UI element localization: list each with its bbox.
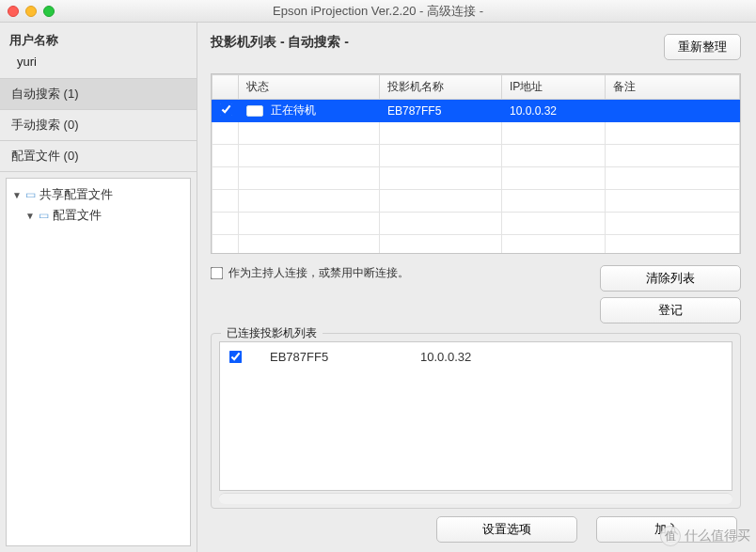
projector-icon bbox=[246, 105, 263, 117]
watermark-icon: 值 bbox=[660, 526, 681, 546]
watermark: 值 什么值得买 bbox=[660, 526, 750, 546]
tree-label: 配置文件 bbox=[53, 207, 102, 224]
row-note bbox=[606, 100, 740, 122]
main-panel: 投影机列表 - 自动搜索 - 重新整理 状态 投影机名称 IP地址 备注 bbox=[197, 23, 756, 552]
clear-list-button[interactable]: 清除列表 bbox=[600, 265, 741, 292]
register-button[interactable]: 登记 bbox=[600, 297, 741, 323]
projector-table: 状态 投影机名称 IP地址 备注 正在待机 EB787FF5 10.0.0.32 bbox=[211, 73, 741, 254]
window-title: Epson iProjection Ver.2.20 - 高级连接 - bbox=[0, 3, 756, 20]
scrollbar[interactable] bbox=[219, 493, 732, 504]
connected-name: EB787FF5 bbox=[270, 350, 392, 364]
row-ip: 10.0.0.32 bbox=[502, 100, 606, 122]
folder-icon: ▭ bbox=[39, 209, 49, 222]
tree-item-shared[interactable]: ▼ ▭ 共享配置文件 bbox=[12, 184, 184, 205]
disclosure-triangle-icon[interactable]: ▼ bbox=[25, 211, 35, 221]
sidebar: 用户名称 yuri 自动搜索 (1) 手动搜索 (0) 配置文件 (0) ▼ ▭… bbox=[0, 23, 197, 552]
col-ip[interactable]: IP地址 bbox=[502, 75, 606, 100]
tree-item-profiles[interactable]: ▼ ▭ 配置文件 bbox=[12, 205, 184, 226]
list-item[interactable]: EB787FF5 10.0.0.32 bbox=[229, 350, 722, 364]
host-checkbox-label: 作为主持人连接，或禁用中断连接。 bbox=[228, 265, 409, 281]
row-name: EB787FF5 bbox=[380, 100, 502, 122]
col-check bbox=[213, 75, 239, 100]
profile-tree: ▼ ▭ 共享配置文件 ▼ ▭ 配置文件 bbox=[6, 178, 191, 546]
host-checkbox[interactable] bbox=[211, 267, 224, 280]
disclosure-triangle-icon[interactable]: ▼ bbox=[12, 190, 22, 200]
connected-list: EB787FF5 10.0.0.32 bbox=[219, 341, 732, 491]
table-row[interactable] bbox=[213, 167, 740, 190]
sidebar-item-manualsearch[interactable]: 手动搜索 (0) bbox=[0, 110, 197, 141]
titlebar: Epson iProjection Ver.2.20 - 高级连接 - bbox=[0, 0, 756, 23]
connected-title: 已连接投影机列表 bbox=[221, 325, 323, 341]
folder-icon: ▭ bbox=[25, 188, 36, 201]
table-row[interactable] bbox=[213, 190, 740, 213]
col-name[interactable]: 投影机名称 bbox=[380, 75, 502, 100]
connected-checkbox[interactable] bbox=[229, 351, 243, 364]
watermark-text: 什么值得买 bbox=[685, 528, 750, 544]
username: yuri bbox=[0, 55, 197, 78]
connected-group: 已连接投影机列表 EB787FF5 10.0.0.32 bbox=[211, 333, 741, 509]
tree-label: 共享配置文件 bbox=[39, 186, 113, 203]
projector-list-title: 投影机列表 - 自动搜索 - bbox=[211, 34, 349, 51]
options-button[interactable]: 设置选项 bbox=[436, 516, 577, 543]
row-checkbox[interactable] bbox=[220, 103, 233, 116]
sidebar-item-profiles[interactable]: 配置文件 (0) bbox=[0, 141, 197, 172]
col-note[interactable]: 备注 bbox=[606, 75, 740, 100]
table-row[interactable] bbox=[213, 235, 740, 255]
user-label: 用户名称 bbox=[0, 32, 197, 55]
table-row[interactable]: 正在待机 EB787FF5 10.0.0.32 bbox=[213, 100, 740, 122]
row-status: 正在待机 bbox=[271, 103, 316, 118]
table-row[interactable] bbox=[213, 213, 740, 235]
connected-ip: 10.0.0.32 bbox=[420, 350, 471, 364]
col-status[interactable]: 状态 bbox=[239, 75, 380, 100]
sidebar-item-autosearch[interactable]: 自动搜索 (1) bbox=[0, 79, 197, 110]
refresh-button[interactable]: 重新整理 bbox=[664, 34, 741, 60]
table-row[interactable] bbox=[213, 122, 740, 145]
table-row[interactable] bbox=[213, 145, 740, 167]
